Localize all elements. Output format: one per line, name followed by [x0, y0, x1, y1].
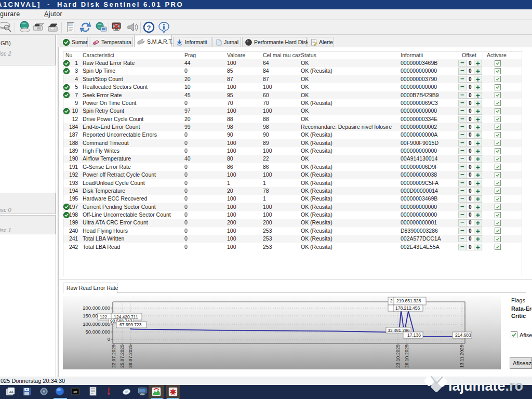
svg-text:13.11.2025: 13.11.2025 [459, 345, 464, 368]
svg-text:23.10.2025: 23.10.2025 [395, 344, 401, 368]
svg-text:122.: 122. [100, 314, 109, 320]
svg-text:0: 0 [108, 336, 110, 342]
svg-text:178.212.456: 178.212.456 [395, 305, 420, 311]
svg-text:100.000.000: 100.000.000 [83, 321, 110, 327]
svg-text:25.07.2025: 25.07.2025 [119, 344, 125, 368]
svg-text:200.000.000: 200.000.000 [83, 305, 110, 311]
svg-text:214.683: 214.683 [455, 332, 471, 338]
svg-text:2: 2 [390, 298, 393, 303]
svg-text:50.000.000: 50.000.000 [85, 329, 110, 335]
svg-text:?: ? [147, 24, 151, 32]
svg-text:28.07.2025: 28.07.2025 [128, 344, 133, 368]
svg-text:67.699.723: 67.699.723 [119, 322, 142, 327]
svg-text:22.07.2025: 22.07.2025 [111, 344, 116, 368]
svg-text:26.10.2025: 26.10.2025 [404, 344, 409, 368]
svg-text:219.651.328: 219.651.328 [396, 298, 421, 303]
svg-text:17.136: 17.136 [407, 332, 421, 338]
svg-text:csr: csr [73, 390, 77, 393]
